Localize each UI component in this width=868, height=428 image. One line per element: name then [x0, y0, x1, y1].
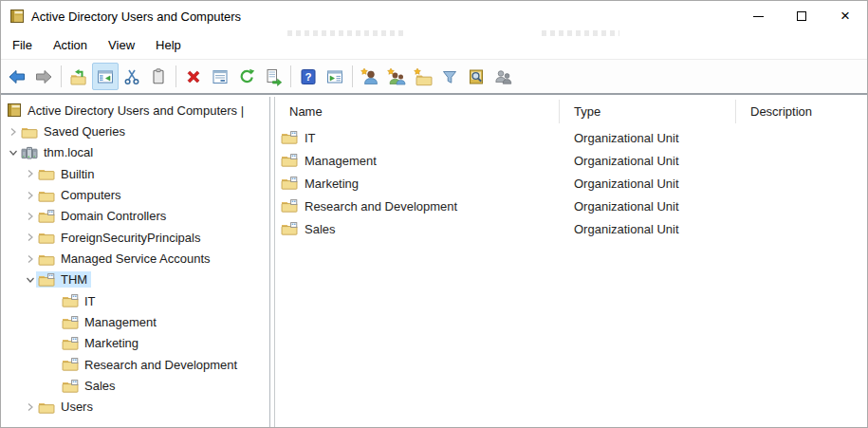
special-permissions-icon [492, 67, 513, 86]
menu-view[interactable]: View [98, 33, 145, 57]
row-name: Research and Development [305, 199, 457, 214]
row-type: Organizational Unit [560, 154, 736, 168]
chevron-down-icon[interactable] [7, 148, 19, 158]
refresh-button[interactable] [233, 63, 260, 90]
delete-button[interactable] [180, 63, 207, 90]
list-row-marketing[interactable]: Marketing Organizational Unit [275, 172, 867, 195]
list-row-research-and-development[interactable]: Research and Development Organizational … [275, 195, 867, 217]
chevron-right-icon[interactable] [24, 233, 36, 242]
menu-file[interactable]: File [2, 33, 43, 57]
organizational-unit-icon [281, 177, 298, 190]
toolbar: ? [1, 60, 867, 95]
new-organizational-unit-button[interactable] [410, 63, 436, 90]
up-one-level-button[interactable] [65, 63, 92, 90]
tree-item-root[interactable]: Active Directory Users and Computers | [1, 100, 269, 121]
list-row-it[interactable]: IT Organizational Unit [275, 126, 867, 149]
new-window-button[interactable] [322, 63, 348, 90]
paste-button[interactable] [145, 63, 172, 90]
tree-item-label: Research and Development [84, 358, 237, 372]
chevron-right-icon[interactable] [24, 212, 36, 221]
tree-item-label: ForeignSecurityPrincipals [61, 231, 200, 245]
organizational-unit-icon [38, 210, 55, 223]
aduc-window: Active Directory Users and Computers × F… [0, 0, 868, 428]
tree-item-thm-local[interactable]: thm.local [1, 142, 269, 163]
window-title: Active Directory Users and Computers [31, 9, 241, 24]
chevron-down-icon[interactable] [24, 275, 36, 285]
organizational-unit-icon [62, 380, 79, 393]
cut-button[interactable] [119, 63, 145, 90]
minimize-icon [753, 16, 764, 17]
new-user-icon [360, 67, 380, 86]
new-organizational-unit-icon [413, 67, 434, 86]
show-hide-console-tree-button[interactable] [92, 63, 119, 90]
screenshot-artifact [542, 30, 619, 36]
row-type: Organizational Unit [560, 222, 736, 236]
tree-item-managed-service-accounts[interactable]: Managed Service Accounts [1, 248, 269, 269]
tree-item-thm[interactable]: THM [1, 270, 269, 290]
row-name: IT [305, 131, 316, 145]
find-button[interactable] [463, 63, 489, 90]
tree-item-builtin[interactable]: Builtin [1, 163, 269, 184]
new-window-icon [325, 67, 344, 86]
special-permissions-button[interactable] [489, 63, 516, 90]
folder-icon [38, 231, 55, 244]
tree-item-it[interactable]: IT [1, 290, 269, 311]
console-tree-pane: Active Directory Users and Computers | S… [1, 97, 270, 427]
close-icon: × [840, 11, 850, 21]
tree-item-management[interactable]: Management [1, 311, 269, 332]
tree-item-computers[interactable]: Computers [1, 184, 269, 205]
chevron-right-icon[interactable] [7, 127, 19, 137]
column-header-description[interactable]: Description [736, 100, 867, 123]
chevron-right-icon[interactable] [24, 254, 36, 264]
forward-button[interactable] [30, 63, 57, 90]
tree-item-users[interactable]: Users [1, 397, 269, 418]
toolbar-separator [175, 65, 176, 87]
folder-icon [21, 125, 38, 139]
filter-icon [440, 67, 459, 86]
row-type: Organizational Unit [560, 199, 736, 214]
organizational-unit-icon [38, 273, 55, 287]
column-header-name[interactable]: Name [275, 100, 560, 123]
toolbar-separator [290, 65, 291, 87]
filter-button[interactable] [436, 63, 463, 90]
forward-icon [34, 67, 53, 86]
tree-item-research-and-development[interactable]: Research and Development [1, 354, 269, 375]
tree-item-domain-controllers[interactable]: Domain Controllers [1, 206, 269, 227]
tree-item-label: Domain Controllers [61, 209, 166, 223]
tree-item-label: Management [84, 315, 157, 329]
close-button[interactable]: × [823, 1, 867, 31]
app-icon[interactable] [9, 9, 25, 24]
properties-button[interactable] [207, 63, 233, 90]
chevron-right-icon[interactable] [24, 169, 36, 178]
new-user-button[interactable] [357, 63, 383, 90]
chevron-right-icon[interactable] [24, 402, 36, 412]
delete-icon [184, 67, 203, 86]
console-body: Active Directory Users and Computers | S… [1, 97, 867, 427]
directory-icon [7, 102, 22, 118]
tree-item-sales[interactable]: Sales [1, 375, 269, 396]
list-view-pane: Name Type Description IT Organizational … [274, 97, 867, 427]
tree-item-label: Active Directory Users and Computers | [28, 103, 244, 118]
menu-help[interactable]: Help [145, 33, 192, 57]
tree-item-label: Sales [84, 379, 116, 393]
column-header-type[interactable]: Type [560, 100, 736, 123]
back-button[interactable] [4, 63, 30, 90]
tree-item-label: Marketing [84, 336, 139, 350]
tree-item-foreign-security-principals[interactable]: ForeignSecurityPrincipals [1, 227, 269, 248]
minimize-button[interactable] [736, 1, 780, 31]
organizational-unit-icon [62, 337, 79, 350]
tree-item-label: thm.local [44, 145, 93, 159]
help-button[interactable]: ? [295, 63, 322, 90]
export-list-button[interactable] [260, 63, 286, 90]
menu-bar: File Action View Help [1, 31, 867, 60]
tree-item-marketing[interactable]: Marketing [1, 333, 269, 354]
organizational-unit-icon [62, 358, 79, 371]
menu-action[interactable]: Action [43, 33, 98, 57]
list-row-sales[interactable]: Sales Organizational Unit [275, 217, 867, 240]
list-row-management[interactable]: Management Organizational Unit [275, 149, 867, 172]
organizational-unit-icon [281, 199, 298, 213]
chevron-right-icon[interactable] [24, 191, 36, 200]
maximize-button[interactable] [780, 1, 823, 31]
new-group-button[interactable] [383, 63, 410, 90]
tree-item-saved-queries[interactable]: Saved Queries [1, 121, 269, 141]
